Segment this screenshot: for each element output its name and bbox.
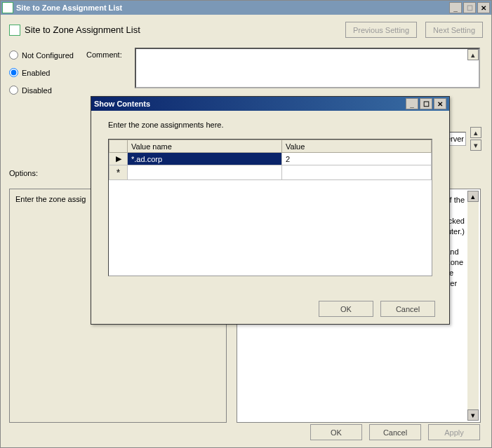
table-row[interactable]: ▶ *.ad.corp 2 [109,153,432,165]
options-prompt: Enter the zone assig [15,195,86,203]
scroll-down-icon[interactable]: ▾ [467,409,479,421]
radio-label: Enabled [22,69,50,77]
cancel-button[interactable]: Cancel [369,424,421,440]
ok-button[interactable]: OK [310,424,362,440]
radio-disabled[interactable]: Disabled [9,86,74,95]
zone-grid[interactable]: Value name Value ▶ *.ad.corp 2 * [108,139,432,276]
col-value-name[interactable]: Value name [128,140,282,153]
radio-enabled-input[interactable] [9,68,18,77]
help-scrollbar[interactable]: ▴ ▾ [467,191,479,421]
comment-textarea[interactable]: ▴ [135,48,480,88]
new-row-icon: * [109,165,128,180]
apply-button[interactable]: Apply [428,424,480,440]
comment-label: Comment: [86,48,122,59]
maximize-button[interactable]: ☐ [463,2,476,13]
col-value[interactable]: Value [282,140,432,153]
scroll-up-icon[interactable]: ▴ [467,49,479,60]
minimize-button[interactable]: _ [449,2,462,13]
radio-enabled[interactable]: Enabled [9,68,74,77]
options-label: Options: [9,169,38,177]
dialog-title: Show Contents [94,100,406,108]
cell-value-name-new[interactable] [128,165,282,180]
radio-not-configured-input[interactable] [9,50,18,60]
dialog-close-button[interactable]: ✕ [434,98,446,109]
radio-label: Disabled [22,86,52,95]
setting-icon [9,25,20,36]
scroll-up-icon[interactable]: ▴ [467,191,479,202]
show-contents-dialog: Show Contents _ ☐ ✕ Enter the zone assig… [91,96,450,325]
previous-setting-button[interactable]: Previous Setting [345,22,417,38]
state-radio-group: Not Configured Enabled Disabled [9,48,74,95]
titlebar: Site to Zone Assignment List _ ☐ ✕ [1,1,491,15]
app-icon [2,2,13,13]
dialog-prompt: Enter the zone assignments here. [108,121,432,129]
window-title: Site to Zone Assignment List [16,4,449,12]
dialog-ok-button[interactable]: OK [319,301,373,317]
row-indicator-icon: ▶ [109,153,128,165]
dialog-titlebar: Show Contents _ ☐ ✕ [91,97,449,111]
cell-value[interactable]: 2 [282,153,432,165]
close-button[interactable]: ✕ [477,2,490,13]
radio-not-configured[interactable]: Not Configured [9,50,74,60]
table-row-new[interactable]: * [109,165,432,180]
dialog-cancel-button[interactable]: Cancel [380,301,435,317]
next-setting-button[interactable]: Next Setting [425,22,483,38]
dialog-minimize-button[interactable]: _ [406,98,418,109]
scroll-down-icon[interactable]: ▾ [470,140,481,151]
setting-heading: Site to Zone Assignment List [25,25,140,35]
cell-value-name[interactable]: *.ad.corp [128,153,282,165]
grid-corner [109,140,128,153]
radio-label: Not Configured [22,51,74,60]
scroll-up-icon[interactable]: ▴ [470,127,481,138]
radio-disabled-input[interactable] [9,86,18,95]
cell-value-new[interactable] [282,165,432,180]
settings-window: Site to Zone Assignment List _ ☐ ✕ Site … [0,0,492,448]
dialog-maximize-button[interactable]: ☐ [420,98,432,109]
